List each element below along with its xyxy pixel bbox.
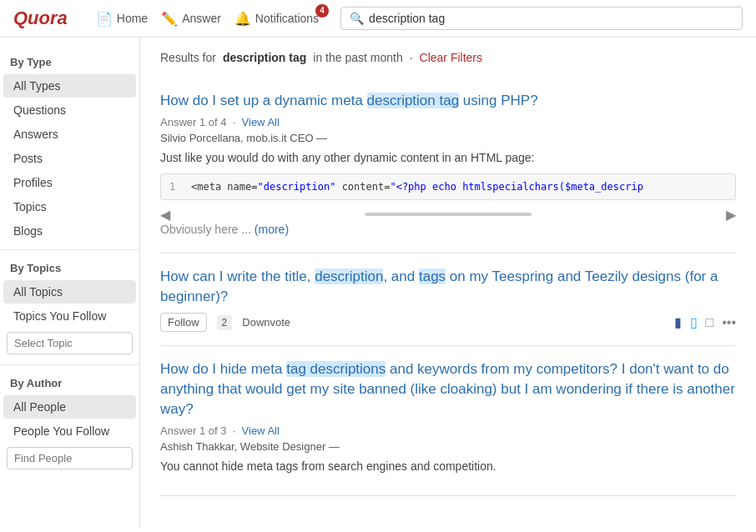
title-text-1a: How do I set up a dynamic meta [160,93,367,108]
results-context: in the past month [313,51,402,64]
code-line-num-1: 1 [169,181,183,193]
by-topics-title: By Topics [0,257,139,279]
code-content-1: <meta name="description" content="<?php … [191,181,643,193]
title-text-2b: , and [383,269,419,284]
sidebar-divider-1 [0,249,139,250]
code-scrollbar [365,213,532,216]
view-all-3[interactable]: View All [242,424,280,437]
main-nav: 📄 Home ✏️ Answer 🔔 Notifications 4 [91,8,324,30]
search-icon: 🔍 [350,12,364,25]
quora-logo[interactable]: Quora [13,8,68,29]
more-prefix: Obviously here [160,223,241,236]
sidebar: By Type All Types Questions Answers Post… [0,38,140,528]
sidebar-item-all-topics[interactable]: All Topics [3,280,136,304]
sidebar-divider-2 [0,364,139,365]
action-icons-2: ▮ ▯ □ ••• [674,314,736,330]
nav-answer[interactable]: ✏️ Answer [156,8,226,30]
sidebar-item-people-follow[interactable]: People You Follow [3,419,136,443]
downvote-button-2[interactable]: Downvote [242,316,290,329]
sidebar-item-questions[interactable]: Questions [3,98,136,122]
follow-button-2[interactable]: Follow [160,313,207,332]
results-separator: · [410,51,413,64]
bell-icon: 🔔 [234,11,251,27]
answer-count-3: Answer 1 of 3 [160,424,227,437]
sidebar-item-posts[interactable]: Posts [3,147,136,170]
search-results: Results for description tag in the past … [140,38,756,528]
title-highlight-2a: description [315,269,383,284]
result-title-1[interactable]: How do I set up a dynamic meta descripti… [160,91,736,111]
title-highlight-2b: tags [419,269,446,284]
result-meta-1: Answer 1 of 4 · View All [160,116,736,128]
nav-home-label: Home [117,12,148,25]
result-snippet-3: You cannot hide meta tags from search en… [160,458,736,475]
view-all-1[interactable]: View All [242,116,280,128]
nav-answer-label: Answer [182,12,221,25]
title-highlight-3a: tag descriptions [286,361,386,377]
title-highlight-1a: description tag [367,93,460,108]
sidebar-item-all-types[interactable]: All Types [3,74,136,98]
snippet-highlight-3a: tags [276,459,298,473]
code-arrow-right[interactable]: ▶ [726,207,736,223]
result-card-2: How can I write the title, description, … [160,253,736,347]
more-dots: ... [241,223,255,236]
nav-notifications-label: Notifications [255,12,319,25]
home-icon: 📄 [96,11,113,27]
twitter-share-icon[interactable]: ▯ [690,314,698,330]
result-card-3: How do I hide meta tag descriptions and … [160,346,736,495]
results-header: Results for description tag in the past … [160,51,736,64]
result-author-3: Ashish Thakkar, Website Designer — [160,440,736,453]
result-title-3[interactable]: How do I hide meta tag descriptions and … [160,359,736,419]
title-text-2a: How can I write the title, [160,269,315,284]
facebook-share-icon[interactable]: ▮ [674,314,682,330]
sidebar-item-answers[interactable]: Answers [3,123,136,146]
nav-notifications[interactable]: 🔔 Notifications 4 [229,8,324,30]
by-type-title: By Type [0,51,139,73]
find-people-input[interactable] [7,447,133,469]
result-author-1: Silvio Porcellana, mob.is.it CEO — [160,132,736,144]
result-title-2[interactable]: How can I write the title, description, … [160,267,736,307]
results-for-text: Results for [160,51,216,64]
code-arrow-left[interactable]: ◀ [160,207,170,223]
result-snippet-1: Just like you would do with any other dy… [160,149,736,167]
main-layout: By Type All Types Questions Answers Post… [0,38,756,528]
more-link-1: Obviously here ... (more) [160,223,736,236]
snippet-3a: You cannot hide meta [160,459,276,473]
search-query: description tag [223,51,306,64]
code-block-1: 1 <meta name="description" content="<?ph… [160,173,736,200]
result-card-1: How do I set up a dynamic meta descripti… [160,78,736,253]
sidebar-item-topics[interactable]: Topics [3,195,136,218]
app-header: Quora 📄 Home ✏️ Answer 🔔 Notifications 4… [0,0,756,38]
result-meta-3: Answer 1 of 3 · View All [160,424,736,437]
code-nav-1: ◀ ▶ [160,207,736,223]
search-input[interactable] [369,12,733,25]
notifications-badge: 4 [315,4,329,18]
sidebar-item-profiles[interactable]: Profiles [3,171,136,194]
by-author-title: By Author [0,372,139,394]
more-button-1[interactable]: (more) [255,223,289,236]
answer-count-1: Answer 1 of 4 [160,116,227,128]
clear-filters-button[interactable]: Clear Filters [420,51,482,64]
title-text-1b: using PHP? [459,93,538,108]
search-bar: 🔍 [340,7,743,30]
more-options-icon[interactable]: ••• [722,315,736,330]
sidebar-item-blogs[interactable]: Blogs [3,219,136,243]
title-text-3a: How do I hide meta [160,361,286,377]
pencil-icon: ✏️ [161,11,178,27]
follow-count-2: 2 [217,315,233,330]
select-topic-input[interactable] [7,332,133,354]
snippet-3b: from search engines and competition. [298,459,496,473]
action-bar-2: Follow 2 Downvote ▮ ▯ □ ••• [160,313,736,332]
sidebar-item-all-people[interactable]: All People [3,395,136,419]
sidebar-item-topics-follow[interactable]: Topics You Follow [3,304,136,328]
nav-home[interactable]: 📄 Home [91,8,153,30]
share-icon[interactable]: □ [706,315,714,330]
